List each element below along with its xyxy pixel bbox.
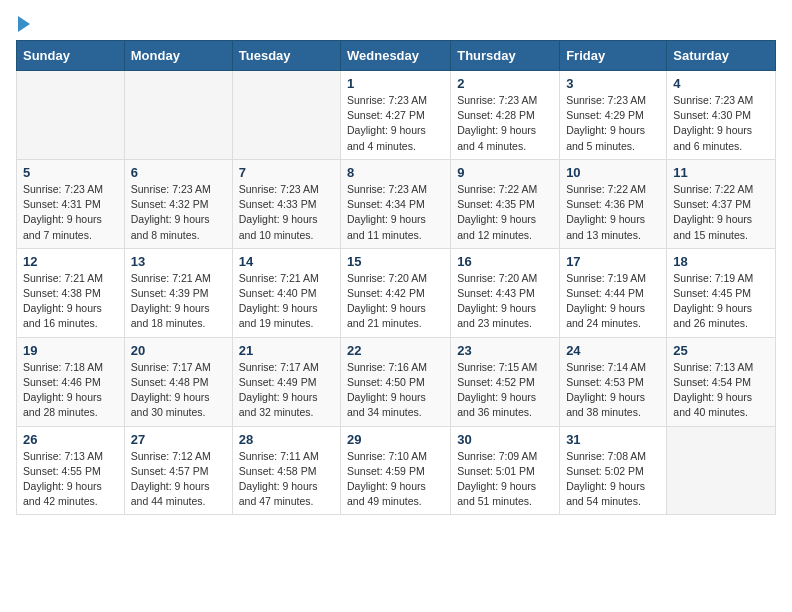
day-info: Sunrise: 7:13 AM Sunset: 4:55 PM Dayligh… bbox=[23, 449, 118, 510]
day-info: Sunrise: 7:14 AM Sunset: 4:53 PM Dayligh… bbox=[566, 360, 660, 421]
day-info: Sunrise: 7:22 AM Sunset: 4:37 PM Dayligh… bbox=[673, 182, 769, 243]
calendar-header-row: SundayMondayTuesdayWednesdayThursdayFrid… bbox=[17, 41, 776, 71]
calendar-cell bbox=[232, 71, 340, 160]
calendar-cell: 4Sunrise: 7:23 AM Sunset: 4:30 PM Daylig… bbox=[667, 71, 776, 160]
col-header-friday: Friday bbox=[560, 41, 667, 71]
day-number: 12 bbox=[23, 254, 118, 269]
day-number: 3 bbox=[566, 76, 660, 91]
calendar-cell: 17Sunrise: 7:19 AM Sunset: 4:44 PM Dayli… bbox=[560, 248, 667, 337]
calendar-cell: 28Sunrise: 7:11 AM Sunset: 4:58 PM Dayli… bbox=[232, 426, 340, 515]
day-info: Sunrise: 7:22 AM Sunset: 4:35 PM Dayligh… bbox=[457, 182, 553, 243]
col-header-saturday: Saturday bbox=[667, 41, 776, 71]
day-number: 6 bbox=[131, 165, 226, 180]
logo bbox=[16, 16, 32, 28]
calendar-cell: 9Sunrise: 7:22 AM Sunset: 4:35 PM Daylig… bbox=[451, 159, 560, 248]
day-info: Sunrise: 7:20 AM Sunset: 4:43 PM Dayligh… bbox=[457, 271, 553, 332]
day-number: 31 bbox=[566, 432, 660, 447]
day-number: 21 bbox=[239, 343, 334, 358]
calendar-cell: 13Sunrise: 7:21 AM Sunset: 4:39 PM Dayli… bbox=[124, 248, 232, 337]
calendar-cell: 25Sunrise: 7:13 AM Sunset: 4:54 PM Dayli… bbox=[667, 337, 776, 426]
day-info: Sunrise: 7:17 AM Sunset: 4:49 PM Dayligh… bbox=[239, 360, 334, 421]
day-number: 22 bbox=[347, 343, 444, 358]
day-number: 7 bbox=[239, 165, 334, 180]
calendar-cell: 1Sunrise: 7:23 AM Sunset: 4:27 PM Daylig… bbox=[341, 71, 451, 160]
day-info: Sunrise: 7:23 AM Sunset: 4:29 PM Dayligh… bbox=[566, 93, 660, 154]
day-number: 13 bbox=[131, 254, 226, 269]
day-number: 9 bbox=[457, 165, 553, 180]
day-info: Sunrise: 7:23 AM Sunset: 4:27 PM Dayligh… bbox=[347, 93, 444, 154]
logo-arrow-icon bbox=[18, 16, 30, 32]
calendar-cell: 12Sunrise: 7:21 AM Sunset: 4:38 PM Dayli… bbox=[17, 248, 125, 337]
calendar-week-1: 1Sunrise: 7:23 AM Sunset: 4:27 PM Daylig… bbox=[17, 71, 776, 160]
calendar-cell: 27Sunrise: 7:12 AM Sunset: 4:57 PM Dayli… bbox=[124, 426, 232, 515]
calendar-cell: 29Sunrise: 7:10 AM Sunset: 4:59 PM Dayli… bbox=[341, 426, 451, 515]
day-number: 1 bbox=[347, 76, 444, 91]
col-header-thursday: Thursday bbox=[451, 41, 560, 71]
day-number: 29 bbox=[347, 432, 444, 447]
calendar-cell: 26Sunrise: 7:13 AM Sunset: 4:55 PM Dayli… bbox=[17, 426, 125, 515]
day-number: 4 bbox=[673, 76, 769, 91]
calendar-cell: 30Sunrise: 7:09 AM Sunset: 5:01 PM Dayli… bbox=[451, 426, 560, 515]
day-number: 20 bbox=[131, 343, 226, 358]
day-number: 14 bbox=[239, 254, 334, 269]
calendar-week-3: 12Sunrise: 7:21 AM Sunset: 4:38 PM Dayli… bbox=[17, 248, 776, 337]
day-info: Sunrise: 7:21 AM Sunset: 4:38 PM Dayligh… bbox=[23, 271, 118, 332]
day-info: Sunrise: 7:18 AM Sunset: 4:46 PM Dayligh… bbox=[23, 360, 118, 421]
day-number: 26 bbox=[23, 432, 118, 447]
calendar-cell bbox=[17, 71, 125, 160]
day-number: 2 bbox=[457, 76, 553, 91]
day-number: 30 bbox=[457, 432, 553, 447]
day-info: Sunrise: 7:23 AM Sunset: 4:30 PM Dayligh… bbox=[673, 93, 769, 154]
day-info: Sunrise: 7:11 AM Sunset: 4:58 PM Dayligh… bbox=[239, 449, 334, 510]
page-header bbox=[16, 16, 776, 28]
day-info: Sunrise: 7:09 AM Sunset: 5:01 PM Dayligh… bbox=[457, 449, 553, 510]
calendar-cell: 20Sunrise: 7:17 AM Sunset: 4:48 PM Dayli… bbox=[124, 337, 232, 426]
day-number: 8 bbox=[347, 165, 444, 180]
calendar-cell: 3Sunrise: 7:23 AM Sunset: 4:29 PM Daylig… bbox=[560, 71, 667, 160]
day-number: 25 bbox=[673, 343, 769, 358]
day-info: Sunrise: 7:23 AM Sunset: 4:31 PM Dayligh… bbox=[23, 182, 118, 243]
calendar-cell bbox=[124, 71, 232, 160]
day-number: 15 bbox=[347, 254, 444, 269]
day-number: 10 bbox=[566, 165, 660, 180]
calendar-week-5: 26Sunrise: 7:13 AM Sunset: 4:55 PM Dayli… bbox=[17, 426, 776, 515]
calendar-cell: 5Sunrise: 7:23 AM Sunset: 4:31 PM Daylig… bbox=[17, 159, 125, 248]
calendar-week-2: 5Sunrise: 7:23 AM Sunset: 4:31 PM Daylig… bbox=[17, 159, 776, 248]
calendar-cell: 7Sunrise: 7:23 AM Sunset: 4:33 PM Daylig… bbox=[232, 159, 340, 248]
calendar-cell: 16Sunrise: 7:20 AM Sunset: 4:43 PM Dayli… bbox=[451, 248, 560, 337]
day-info: Sunrise: 7:20 AM Sunset: 4:42 PM Dayligh… bbox=[347, 271, 444, 332]
calendar-cell: 21Sunrise: 7:17 AM Sunset: 4:49 PM Dayli… bbox=[232, 337, 340, 426]
calendar-cell bbox=[667, 426, 776, 515]
day-number: 23 bbox=[457, 343, 553, 358]
calendar-cell: 6Sunrise: 7:23 AM Sunset: 4:32 PM Daylig… bbox=[124, 159, 232, 248]
col-header-sunday: Sunday bbox=[17, 41, 125, 71]
calendar-cell: 24Sunrise: 7:14 AM Sunset: 4:53 PM Dayli… bbox=[560, 337, 667, 426]
day-number: 16 bbox=[457, 254, 553, 269]
day-number: 18 bbox=[673, 254, 769, 269]
day-info: Sunrise: 7:23 AM Sunset: 4:32 PM Dayligh… bbox=[131, 182, 226, 243]
day-info: Sunrise: 7:10 AM Sunset: 4:59 PM Dayligh… bbox=[347, 449, 444, 510]
calendar-cell: 10Sunrise: 7:22 AM Sunset: 4:36 PM Dayli… bbox=[560, 159, 667, 248]
col-header-wednesday: Wednesday bbox=[341, 41, 451, 71]
calendar-cell: 2Sunrise: 7:23 AM Sunset: 4:28 PM Daylig… bbox=[451, 71, 560, 160]
day-number: 27 bbox=[131, 432, 226, 447]
day-info: Sunrise: 7:21 AM Sunset: 4:39 PM Dayligh… bbox=[131, 271, 226, 332]
day-info: Sunrise: 7:12 AM Sunset: 4:57 PM Dayligh… bbox=[131, 449, 226, 510]
calendar-week-4: 19Sunrise: 7:18 AM Sunset: 4:46 PM Dayli… bbox=[17, 337, 776, 426]
day-number: 24 bbox=[566, 343, 660, 358]
calendar-cell: 8Sunrise: 7:23 AM Sunset: 4:34 PM Daylig… bbox=[341, 159, 451, 248]
calendar-cell: 14Sunrise: 7:21 AM Sunset: 4:40 PM Dayli… bbox=[232, 248, 340, 337]
day-number: 11 bbox=[673, 165, 769, 180]
day-info: Sunrise: 7:17 AM Sunset: 4:48 PM Dayligh… bbox=[131, 360, 226, 421]
calendar-cell: 18Sunrise: 7:19 AM Sunset: 4:45 PM Dayli… bbox=[667, 248, 776, 337]
day-number: 17 bbox=[566, 254, 660, 269]
calendar-cell: 22Sunrise: 7:16 AM Sunset: 4:50 PM Dayli… bbox=[341, 337, 451, 426]
day-number: 19 bbox=[23, 343, 118, 358]
day-info: Sunrise: 7:22 AM Sunset: 4:36 PM Dayligh… bbox=[566, 182, 660, 243]
day-info: Sunrise: 7:23 AM Sunset: 4:28 PM Dayligh… bbox=[457, 93, 553, 154]
col-header-tuesday: Tuesday bbox=[232, 41, 340, 71]
day-number: 28 bbox=[239, 432, 334, 447]
day-info: Sunrise: 7:08 AM Sunset: 5:02 PM Dayligh… bbox=[566, 449, 660, 510]
day-info: Sunrise: 7:15 AM Sunset: 4:52 PM Dayligh… bbox=[457, 360, 553, 421]
day-info: Sunrise: 7:16 AM Sunset: 4:50 PM Dayligh… bbox=[347, 360, 444, 421]
